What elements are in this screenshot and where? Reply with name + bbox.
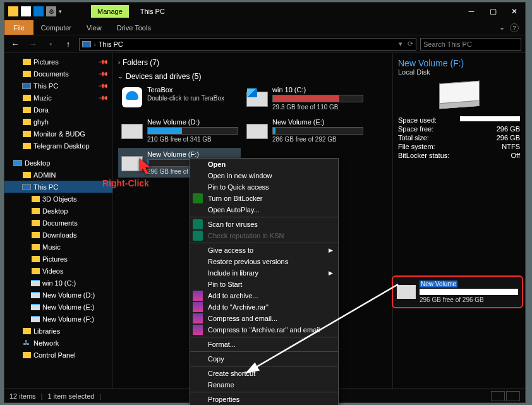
sidebar-item[interactable]: Muzic📌 <box>4 92 112 104</box>
menu-item[interactable]: Add to "Archive.rar" <box>190 301 338 313</box>
callout-bar <box>420 289 518 295</box>
sidebar-item[interactable]: Documents <box>4 217 112 229</box>
icons-view-button[interactable] <box>506 391 520 401</box>
back-button[interactable]: ← <box>8 37 22 51</box>
sidebar-item[interactable]: New Volume (E:) <box>4 301 112 313</box>
nav-pane[interactable]: Pictures📌Documents📌This PC📌Muzic📌Doraghy… <box>4 53 113 389</box>
menu-item[interactable]: Compress to "Archive.rar" and email <box>190 324 338 335</box>
view-menu[interactable]: View <box>79 20 109 35</box>
menu-item[interactable]: Scan for viruses <box>190 219 338 230</box>
drive-item[interactable]: win 10 (C:)29.3 GB free of 110 GB <box>243 83 366 113</box>
sidebar-item[interactable]: Documents📌 <box>4 68 112 80</box>
close-button[interactable]: ✕ <box>504 3 525 20</box>
sidebar-label: 3D Objects <box>42 195 76 203</box>
menu-item[interactable]: Properties <box>190 394 338 405</box>
bitlocker-icon <box>193 193 203 203</box>
folder-icon[interactable] <box>8 6 18 16</box>
detail-key: Space used: <box>398 116 437 124</box>
drive-item[interactable]: New Volume (E:)286 GB free of 292 GB <box>243 116 366 145</box>
sidebar-label: New Volume (F:) <box>42 315 94 323</box>
menu-item[interactable]: Compress and email... <box>190 313 338 324</box>
menu-item[interactable]: Include in library▶ <box>190 267 338 279</box>
sidebar-label: Dora <box>33 106 49 114</box>
folder-icon <box>31 231 40 239</box>
sidebar-item[interactable]: Pictures📌 <box>4 56 112 68</box>
sidebar-item[interactable]: Desktop <box>4 205 112 217</box>
right-click-label: Right-Click <box>102 178 149 188</box>
menu-label: Scan for viruses <box>208 221 258 228</box>
sidebar-item[interactable]: Pictures <box>4 253 112 265</box>
address-field[interactable]: › This PC ▾ ⟳ <box>79 38 416 51</box>
menu-item[interactable]: Open in new window <box>190 170 338 181</box>
address-dropdown[interactable]: ▾ <box>399 40 402 48</box>
recent-dropdown[interactable]: ▾ <box>44 37 57 51</box>
sidebar-item[interactable]: Monitor & BUDG <box>4 128 112 140</box>
menu-item[interactable]: Restore previous versions <box>190 256 338 267</box>
sidebar-desktop[interactable]: Desktop <box>4 157 112 169</box>
drives-section-header[interactable]: ⌄Devices and drives (5) <box>118 70 387 83</box>
sidebar-label: ghyh <box>33 118 49 126</box>
qat-icon[interactable] <box>21 6 31 16</box>
menu-label: Format... <box>208 341 236 348</box>
maximize-button[interactable]: ▢ <box>482 3 504 20</box>
sidebar-item[interactable]: Telegram Desktop <box>4 140 112 152</box>
menu-item[interactable]: Open AutoPlay... <box>190 204 338 215</box>
folder-icon <box>22 57 31 66</box>
sidebar-item[interactable]: New Volume (D:) <box>4 289 112 301</box>
sidebar-item[interactable]: Dora <box>4 104 112 116</box>
gear-icon[interactable]: ⚙ <box>46 6 56 16</box>
sidebar-item[interactable]: This PC <box>4 181 112 193</box>
menu-label: Open AutoPlay... <box>208 206 260 214</box>
drive-tools-menu[interactable]: Drive Tools <box>109 20 159 35</box>
sidebar-item[interactable]: New Volume (F:) <box>4 313 112 325</box>
sidebar-item[interactable]: Videos <box>4 265 112 277</box>
drive-info: TeraBoxDouble-click to run TeraBox <box>147 86 238 111</box>
drive-icon <box>31 315 40 323</box>
menu-item[interactable]: Rename <box>190 379 338 390</box>
menu-item[interactable]: Create shortcut <box>190 368 338 379</box>
file-menu[interactable]: File <box>4 20 33 35</box>
menu-label: Create shortcut <box>208 370 255 377</box>
computer-menu[interactable]: Computer <box>33 20 79 35</box>
refresh-button[interactable]: ⟳ <box>408 40 413 48</box>
sidebar-item[interactable]: This PC📌 <box>4 80 112 92</box>
menu-item[interactable]: Turn on BitLocker <box>190 193 338 204</box>
menu-item[interactable]: Open <box>190 159 338 170</box>
sidebar-item[interactable]: Libraries <box>4 325 112 337</box>
expand-ribbon[interactable]: ⌄ ? <box>493 20 525 35</box>
menu-item[interactable]: Format... <box>190 339 338 350</box>
sidebar-label: This PC <box>33 82 58 90</box>
details-view-button[interactable] <box>491 391 505 401</box>
menu-label: Open <box>208 160 226 168</box>
menu-item[interactable]: Copy <box>190 353 338 365</box>
folder-icon <box>22 94 31 102</box>
search-input[interactable]: Search This PC <box>420 38 521 51</box>
qat-dropdown[interactable]: ▾ <box>59 8 62 15</box>
folders-section-header[interactable]: ›Folders (7) <box>118 56 387 70</box>
forward-button[interactable]: → <box>26 37 40 51</box>
window-title: This PC <box>140 8 165 15</box>
manage-tab[interactable]: Manage <box>91 5 129 18</box>
sidebar-item[interactable]: 3D Objects <box>4 193 112 205</box>
qat-icon-2[interactable] <box>33 6 44 16</box>
up-button[interactable]: ↑ <box>61 37 75 51</box>
folder-icon <box>22 118 31 126</box>
drive-item[interactable]: New Volume (D:)210 GB free of 341 GB <box>118 116 241 145</box>
menu-item[interactable]: Pin to Quick access <box>190 181 338 193</box>
menu-item[interactable]: Add to archive... <box>190 290 338 301</box>
minimize-button[interactable]: ─ <box>461 3 482 20</box>
disk-icon <box>121 118 143 141</box>
drive-name: New Volume (E:) <box>272 118 363 126</box>
sidebar-item[interactable]: 🖧Network <box>4 337 112 349</box>
sidebar-item[interactable]: ADMIN <box>4 169 112 181</box>
sidebar-item[interactable]: Downloads <box>4 229 112 241</box>
drive-item[interactable]: TeraBoxDouble-click to run TeraBox <box>118 83 241 113</box>
rar-icon <box>193 291 203 301</box>
sidebar-item[interactable]: Control Panel <box>4 349 112 361</box>
sidebar-item[interactable]: ghyh <box>4 116 112 128</box>
sidebar-item[interactable]: Music <box>4 241 112 253</box>
menu-item[interactable]: Give access to▶ <box>190 245 338 256</box>
sidebar-item[interactable]: win 10 (C:) <box>4 277 112 289</box>
drive-icon <box>31 291 40 299</box>
menu-item[interactable]: Pin to Start <box>190 279 338 290</box>
